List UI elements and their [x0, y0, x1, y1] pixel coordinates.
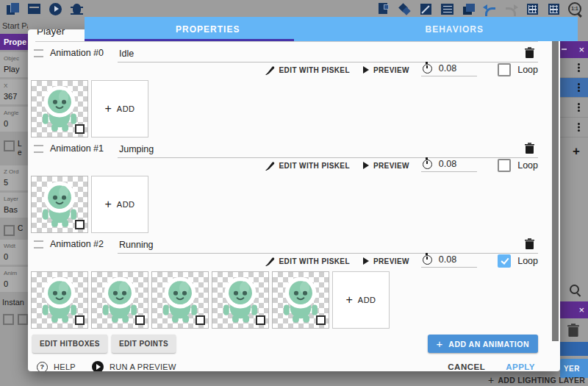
animation-2-frames: + ADD: [31, 271, 547, 329]
animation-1-actions: EDIT WITH PISKEL PREVIEW 0.08 Loop: [29, 160, 538, 171]
prop-z-order[interactable]: Z Ord 5: [0, 165, 28, 190]
sprite-frame[interactable]: [272, 271, 329, 329]
page-icon[interactable]: [376, 2, 390, 16]
play-triangle-icon: [363, 162, 369, 169]
sprite-frame[interactable]: [91, 271, 148, 329]
lock-checkbox[interactable]: [4, 140, 15, 151]
zoom-1-1-icon[interactable]: [568, 2, 582, 16]
prop-x[interactable]: X 367: [0, 79, 28, 104]
preview-button[interactable]: PREVIEW: [363, 162, 409, 170]
frame-corner-icon: [316, 315, 326, 325]
prop-layer[interactable]: Layer Bas: [0, 193, 28, 218]
stopwatch-icon: [423, 160, 432, 169]
prop-width[interactable]: Widt 0: [0, 240, 28, 265]
grid-select-icon[interactable]: [526, 2, 539, 16]
time-between-frames-field[interactable]: 0.08: [421, 159, 477, 172]
app-screen: Start Pa Prope Objec Play X 367 Angle 0 …: [0, 0, 588, 386]
loop-checkbox[interactable]: [498, 159, 511, 172]
dialog-scrollbar[interactable]: [552, 41, 559, 341]
object-row[interactable]: [560, 78, 588, 98]
debug-icon[interactable]: [70, 2, 84, 16]
delete-animation-1-button[interactable]: [522, 140, 537, 155]
loop-toggle[interactable]: Loop: [498, 159, 538, 172]
delete-layer-icon[interactable]: [567, 324, 579, 337]
search-icon[interactable]: [570, 285, 579, 294]
sprite-frame[interactable]: [31, 176, 88, 233]
custom-size-checkbox[interactable]: [4, 225, 15, 236]
more-menu-icon[interactable]: [578, 63, 580, 65]
redo-icon[interactable]: [504, 2, 518, 16]
copy-icon[interactable]: [3, 314, 14, 325]
object-row[interactable]: [560, 58, 588, 78]
run-preview-button[interactable]: RUN A PREVIEW: [92, 361, 176, 371]
scene-tab[interactable]: Start Pa: [0, 18, 28, 30]
animation-1-header: Animation #1 Jumping: [34, 139, 538, 158]
add-animation-button[interactable]: + ADD AN ANIMATION: [428, 335, 538, 353]
animation-1-frames: + ADD: [31, 176, 547, 233]
add-lighting-layer-button[interactable]: + ADD LIGHTING LAYER: [488, 374, 585, 386]
preview-button[interactable]: PREVIEW: [363, 257, 409, 265]
objects-panel-strip: × + × YER: [560, 18, 588, 386]
animation-1-name-field[interactable]: Jumping: [118, 144, 538, 158]
add-frame-button[interactable]: + ADD: [332, 271, 390, 329]
animation-0-name-field[interactable]: Idle: [118, 49, 538, 62]
sprite-frame[interactable]: [31, 80, 88, 137]
sprite-frame[interactable]: [212, 271, 269, 329]
layers-icon[interactable]: [462, 2, 476, 16]
edit-with-piskel-button[interactable]: EDIT WITH PISKEL: [265, 257, 350, 266]
animation-2-name-field[interactable]: Running: [118, 240, 538, 254]
close-icon[interactable]: ×: [578, 305, 584, 315]
add-frame-button[interactable]: + ADD: [91, 176, 148, 233]
animation-2-header: Animation #2 Running: [34, 235, 538, 254]
loop-toggle[interactable]: Loop: [498, 254, 538, 268]
sprite-frame[interactable]: [31, 271, 88, 329]
add-frame-button[interactable]: + ADD: [91, 80, 148, 137]
more-menu-icon[interactable]: [578, 123, 580, 125]
more-menu-icon[interactable]: [578, 103, 580, 105]
object-row[interactable]: [560, 118, 588, 137]
drag-handle-icon[interactable]: [34, 240, 43, 249]
loop-toggle[interactable]: Loop: [498, 63, 538, 76]
edit-icon[interactable]: [419, 2, 433, 16]
delete-animation-2-button[interactable]: [522, 236, 537, 251]
documents-icon[interactable]: [6, 2, 20, 16]
prop-object[interactable]: Objec Play: [0, 52, 28, 77]
add-object-icon[interactable]: +: [560, 137, 588, 159]
grid-icon[interactable]: [547, 2, 561, 16]
paste-icon[interactable]: [18, 314, 29, 325]
loop-checkbox[interactable]: [498, 254, 511, 268]
prop-animation[interactable]: Anim 0: [0, 267, 28, 292]
object-row[interactable]: [560, 98, 588, 118]
apply-button[interactable]: APPLY: [506, 362, 535, 371]
edit-with-piskel-button[interactable]: EDIT WITH PISKEL: [265, 65, 350, 75]
delete-animation-0-button[interactable]: [522, 45, 537, 60]
prop-angle[interactable]: Angle 0: [0, 107, 28, 132]
tab-behaviors[interactable]: BEHAVIORS: [331, 17, 578, 41]
stopwatch-icon: [423, 255, 432, 265]
time-between-frames-field[interactable]: 0.08: [421, 254, 477, 268]
tab-properties[interactable]: PROPERTIES: [85, 17, 331, 41]
help-button[interactable]: ? HELP: [37, 362, 76, 372]
more-menu-icon[interactable]: [578, 83, 580, 85]
loop-checkbox[interactable]: [498, 63, 511, 76]
list-icon[interactable]: [440, 2, 454, 16]
brush-icon: [265, 257, 275, 266]
edit-with-piskel-button[interactable]: EDIT WITH PISKEL: [265, 161, 350, 171]
cancel-button[interactable]: CANCEL: [448, 362, 485, 371]
objects-icon[interactable]: [398, 2, 412, 16]
edit-points-button[interactable]: EDIT POINTS: [112, 335, 176, 353]
left-properties-strip: Start Pa Prope Objec Play X 367 Angle 0 …: [0, 18, 28, 386]
time-between-frames-field[interactable]: 0.08: [421, 63, 477, 76]
preview-button[interactable]: PREVIEW: [363, 66, 409, 74]
play-icon[interactable]: [49, 2, 62, 16]
prop-lock: L e: [0, 134, 28, 163]
drag-handle-icon[interactable]: [34, 145, 43, 153]
close-icon[interactable]: ×: [578, 45, 584, 54]
undo-icon[interactable]: [483, 2, 497, 16]
animation-0-frames: + ADD: [31, 80, 547, 137]
layer-row-partial[interactable]: [560, 342, 588, 356]
sprite-frame[interactable]: [151, 271, 209, 329]
window-icon[interactable]: [27, 2, 41, 16]
drag-handle-icon[interactable]: [34, 49, 43, 57]
edit-hitboxes-button[interactable]: EDIT HITBOXES: [32, 335, 107, 353]
